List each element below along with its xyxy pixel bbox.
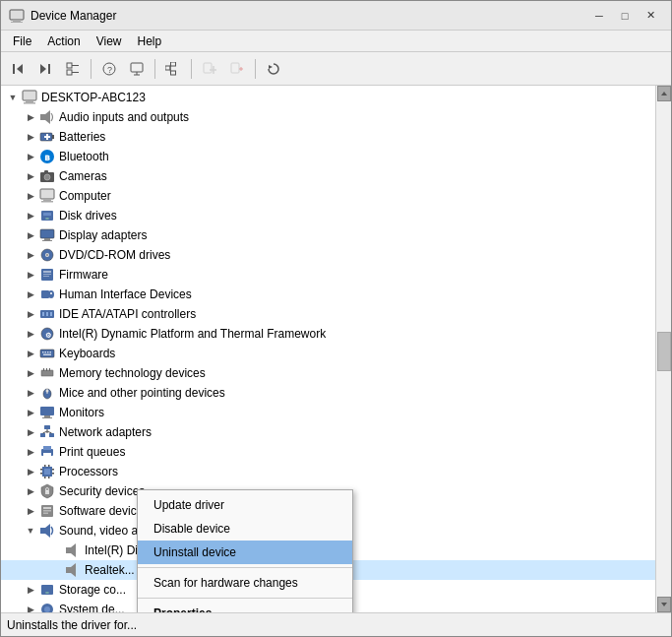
storage-toggle[interactable]: ▶ <box>23 582 38 598</box>
intel-toggle[interactable]: ▶ <box>23 326 38 342</box>
hid-toggle[interactable]: ▶ <box>23 287 38 302</box>
status-bar: Uninstalls the driver for... <box>1 612 671 636</box>
svg-rect-98 <box>44 465 46 467</box>
software-toggle[interactable]: ▶ <box>23 503 38 519</box>
menu-action[interactable]: Action <box>39 32 88 50</box>
computer-toggle[interactable]: ▶ <box>23 188 38 204</box>
back-button[interactable] <box>5 56 31 82</box>
print-toggle[interactable]: ▶ <box>23 444 38 460</box>
maximize-button[interactable]: □ <box>612 6 638 26</box>
tree-root[interactable]: ▼ DESKTOP-ABC123 <box>1 88 655 107</box>
tree-item-mice[interactable]: ▶ Mice and other pointing devices <box>1 383 655 403</box>
root-label: DESKTOP-ABC123 <box>41 91 146 104</box>
memory-toggle[interactable]: ▶ <box>23 365 38 381</box>
batteries-toggle[interactable]: ▶ <box>23 129 38 145</box>
tree-item-batteries[interactable]: ▶ Batteries <box>1 127 655 147</box>
sound-toggle[interactable]: ▼ <box>23 523 38 539</box>
tree-item-memory[interactable]: ▶ Memory technology devices <box>1 363 655 383</box>
svg-rect-82 <box>42 417 52 418</box>
disk-toggle[interactable]: ▶ <box>23 208 38 223</box>
tree-item-dvd[interactable]: ▶ DVD/CD-ROM drives <box>1 245 655 265</box>
tree-item-disk[interactable]: ▶ Disk drives <box>1 206 655 225</box>
scroll-thumb[interactable] <box>657 332 671 371</box>
ctx-scan-hardware[interactable]: Scan for hardware changes <box>138 571 352 595</box>
security-toggle[interactable]: ▶ <box>23 483 38 499</box>
audio-label: Audio inputs and outputs <box>59 110 189 124</box>
menu-file[interactable]: File <box>5 32 39 50</box>
svg-line-88 <box>47 431 52 433</box>
network-button[interactable] <box>160 56 186 82</box>
tree-item-ide[interactable]: ▶ IDE ATA/ATAPI controllers <box>1 304 655 324</box>
ctx-separator-2 <box>138 598 352 599</box>
svg-rect-56 <box>43 274 51 275</box>
bluetooth-toggle[interactable]: ▶ <box>23 149 38 164</box>
tree-item-audio[interactable]: ▶ Audio inputs and outputs <box>1 107 655 127</box>
svg-rect-75 <box>46 368 47 371</box>
monitors-icon <box>38 404 56 421</box>
ctx-properties[interactable]: Properties <box>138 602 352 612</box>
svg-rect-99 <box>48 465 50 467</box>
keyboards-toggle[interactable]: ▶ <box>23 346 38 361</box>
toolbar-sep-1 <box>91 59 92 79</box>
computer-button[interactable] <box>124 56 150 82</box>
help-button[interactable]: ? <box>96 56 122 82</box>
audio-toggle[interactable]: ▶ <box>23 109 38 125</box>
remove-button <box>224 56 250 82</box>
batteries-label: Batteries <box>59 130 105 144</box>
cameras-toggle[interactable]: ▶ <box>23 168 38 184</box>
firmware-toggle[interactable]: ▶ <box>23 267 38 283</box>
storage-icon <box>38 581 56 599</box>
processors-toggle[interactable]: ▶ <box>23 464 38 479</box>
refresh-button[interactable] <box>261 56 286 82</box>
svg-rect-112 <box>66 567 71 573</box>
tree-item-display[interactable]: ▶ Display adapters <box>1 225 655 245</box>
memory-label: Memory technology devices <box>59 366 206 380</box>
ctx-update-driver[interactable]: Update driver <box>138 493 352 517</box>
scroll-up[interactable] <box>657 86 671 101</box>
dvd-toggle[interactable]: ▶ <box>23 247 38 263</box>
minimize-button[interactable]: ─ <box>586 6 612 26</box>
tree-item-hid[interactable]: ▶ Human Interface Devices <box>1 285 655 304</box>
realtek-icon <box>64 561 82 579</box>
display-toggle[interactable]: ▶ <box>23 227 38 243</box>
svg-rect-0 <box>10 10 24 20</box>
close-button[interactable]: ✕ <box>638 6 663 26</box>
svg-marker-111 <box>71 543 76 557</box>
security-icon <box>38 482 56 500</box>
svg-rect-107 <box>43 513 48 515</box>
svg-rect-31 <box>40 114 45 120</box>
tree-item-intel[interactable]: ▶ ⚙ Intel(R) Dynamic Platform and Therma… <box>1 324 655 344</box>
menu-help[interactable]: Help <box>130 32 170 50</box>
svg-point-46 <box>45 218 49 220</box>
tree-item-computer[interactable]: ▶ Computer <box>1 186 655 206</box>
network-toggle[interactable]: ▶ <box>23 424 38 440</box>
scrollbar[interactable] <box>655 86 671 612</box>
tree-item-cameras[interactable]: ▶ Cameras <box>1 166 655 186</box>
svg-rect-48 <box>40 229 54 238</box>
ctx-uninstall-device[interactable]: Uninstall device <box>138 541 352 564</box>
tree-item-processors[interactable]: ▶ <box>1 462 655 481</box>
root-toggle[interactable]: ▼ <box>5 90 21 105</box>
tree-item-monitors[interactable]: ▶ Monitors <box>1 403 655 422</box>
tree-item-bluetooth[interactable]: ▶ ʙ Bluetooth <box>1 147 655 166</box>
tree-item-network[interactable]: ▶ Network adapters <box>1 422 655 442</box>
svg-rect-84 <box>40 433 45 437</box>
tree-item-print[interactable]: ▶ Print queues <box>1 442 655 462</box>
forward-button[interactable] <box>32 56 58 82</box>
svg-line-19 <box>170 64 171 68</box>
mice-toggle[interactable]: ▶ <box>23 385 38 401</box>
system-toggle[interactable]: ▶ <box>23 602 38 612</box>
ctx-disable-device[interactable]: Disable device <box>138 517 352 541</box>
system-icon <box>38 601 56 612</box>
tree-toggle-button[interactable] <box>60 56 86 82</box>
svg-rect-110 <box>66 547 71 553</box>
intel-audio-icon <box>64 541 82 559</box>
tree-item-keyboards[interactable]: ▶ Keyboards <box>1 344 655 363</box>
window-title: Device Manager <box>31 9 116 23</box>
menu-view[interactable]: View <box>89 32 130 50</box>
svg-rect-94 <box>40 469 42 471</box>
monitors-toggle[interactable]: ▶ <box>23 405 38 420</box>
scroll-down[interactable] <box>657 597 671 612</box>
ide-toggle[interactable]: ▶ <box>23 306 38 322</box>
tree-item-firmware[interactable]: ▶ Firmware <box>1 265 655 285</box>
